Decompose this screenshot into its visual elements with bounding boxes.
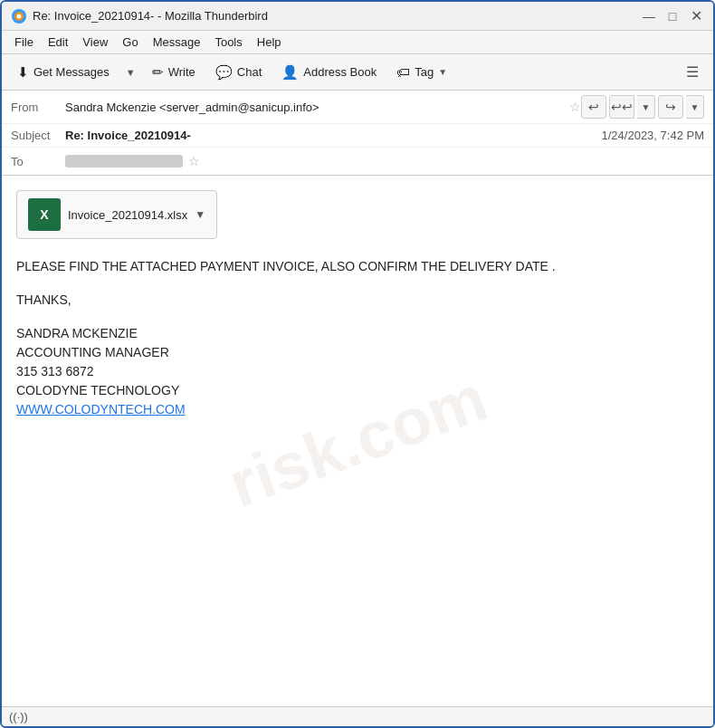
menu-help[interactable]: Help: [252, 34, 287, 51]
reply-button[interactable]: ↩: [581, 95, 606, 119]
from-label: From: [11, 101, 65, 114]
to-row: To ☆: [2, 148, 713, 175]
minimize-button[interactable]: —: [641, 8, 657, 24]
menu-message[interactable]: Message: [148, 34, 206, 51]
chat-icon: 💬: [215, 64, 233, 81]
svg-point-2: [17, 14, 22, 18]
body-phone-text: 315 313 6872: [16, 364, 94, 378]
hamburger-menu-button[interactable]: ☰: [679, 60, 706, 84]
header-actions: ↩ ↩↩ ▼ ↪ ▼: [581, 95, 704, 119]
menu-edit[interactable]: Edit: [43, 34, 73, 51]
subject-value: Re: Invoice_20210914-: [65, 129, 602, 142]
attachment-item[interactable]: Invoice_20210914.xlsx ▼: [16, 190, 217, 239]
title-bar-controls: — □ ✕: [641, 8, 704, 24]
subject-row: Subject Re: Invoice_20210914- 1/24/2023,…: [2, 124, 713, 148]
chat-label: Chat: [237, 65, 262, 79]
tag-label: Tag: [415, 65, 434, 79]
reply-dropdown[interactable]: ▼: [637, 95, 655, 119]
title-bar-left: Re: Invoice_20210914- - Mozilla Thunderb…: [11, 8, 268, 24]
menu-tools[interactable]: Tools: [209, 34, 247, 51]
email-date: 1/24/2023, 7:42 PM: [602, 129, 704, 142]
body-company-text: COLODYNE TECHNOLOGY: [16, 383, 179, 398]
tag-icon: 🏷: [396, 64, 410, 80]
get-messages-dropdown[interactable]: ▼: [121, 62, 140, 82]
tag-button[interactable]: 🏷 Tag ▼: [388, 60, 455, 84]
body-content: Invoice_20210914.xlsx ▼ PLEASE FIND THE …: [16, 190, 699, 419]
body-name: SANDRA MCKENZIE ACCOUNTING MANAGER 315 3…: [16, 324, 699, 419]
write-label: Write: [168, 65, 195, 79]
get-messages-icon: ⬇: [17, 64, 29, 81]
address-book-icon: 👤: [281, 64, 299, 81]
body-website-link[interactable]: WWW.COLODYNTECH.COM: [16, 402, 186, 417]
menu-file[interactable]: File: [9, 34, 39, 51]
get-messages-label: Get Messages: [33, 65, 110, 79]
excel-icon: [28, 198, 61, 231]
body-thanks: THANKS,: [16, 291, 699, 310]
tag-dropdown-icon: ▼: [438, 67, 447, 77]
body-name-text: SANDRA MCKENZIE: [16, 326, 138, 340]
email-header: From Sandra Mckenzie <server_admin@sanic…: [2, 91, 713, 176]
attachment-area: Invoice_20210914.xlsx ▼: [16, 190, 699, 239]
attachment-name: Invoice_20210914.xlsx: [68, 208, 187, 222]
connection-status-icon: ((·)): [9, 710, 28, 723]
main-window: Re: Invoice_20210914- - Mozilla Thunderb…: [0, 0, 715, 728]
title-bar: Re: Invoice_20210914- - Mozilla Thunderb…: [2, 2, 713, 31]
write-icon: ✏: [152, 64, 164, 81]
chat-button[interactable]: 💬 Chat: [207, 60, 270, 85]
menu-bar: File Edit View Go Message Tools Help: [2, 31, 713, 54]
address-book-button[interactable]: 👤 Address Book: [273, 60, 385, 85]
reply-all-button[interactable]: ↩↩: [609, 95, 634, 119]
to-label: To: [11, 155, 65, 168]
status-bar: ((·)): [2, 706, 713, 726]
address-book-label: Address Book: [303, 65, 377, 79]
write-button[interactable]: ✏ Write: [144, 60, 204, 85]
window-title: Re: Invoice_20210914- - Mozilla Thunderb…: [33, 9, 268, 23]
close-button[interactable]: ✕: [688, 8, 704, 24]
from-value: Sandra Mckenzie <server_admin@sanicup.in…: [65, 101, 564, 114]
toolbar: ⬇ Get Messages ▼ ✏ Write 💬 Chat 👤 Addres…: [2, 54, 713, 91]
forward-button[interactable]: ↪: [658, 95, 683, 119]
forward-dropdown[interactable]: ▼: [686, 95, 704, 119]
body-main-text: PLEASE FIND THE ATTACHED PAYMENT INVOICE…: [16, 257, 699, 276]
email-body: risk.com Invoice_20210914.xlsx ▼ PLEASE …: [2, 176, 713, 706]
menu-go[interactable]: Go: [117, 34, 143, 51]
to-star-icon[interactable]: ☆: [188, 154, 200, 168]
from-star-icon[interactable]: ☆: [569, 100, 581, 114]
maximize-button[interactable]: □: [664, 8, 681, 24]
from-row: From Sandra Mckenzie <server_admin@sanic…: [2, 91, 713, 124]
subject-label: Subject: [11, 129, 65, 142]
to-value-blurred: [65, 155, 183, 168]
menu-view[interactable]: View: [77, 34, 113, 51]
get-messages-button[interactable]: ⬇ Get Messages: [9, 60, 118, 85]
body-title-text: ACCOUNTING MANAGER: [16, 345, 169, 359]
thunderbird-icon: [11, 8, 27, 24]
attachment-dropdown-icon[interactable]: ▼: [195, 208, 205, 221]
